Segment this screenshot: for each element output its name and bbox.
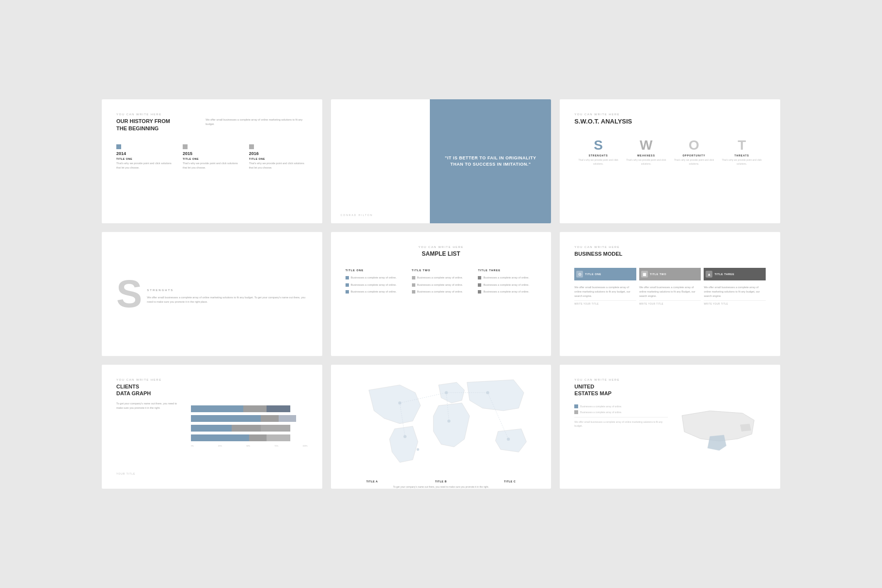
- col-title-2: TITLE TWO: [412, 269, 471, 272]
- list-dot: [478, 276, 481, 279]
- slide7-desc: To get your company's name out there, yo…: [116, 402, 183, 410]
- list-item: Businesses a complete array of online.: [412, 276, 471, 280]
- slide5-label: YOU CAN WRITE HERE: [418, 246, 464, 248]
- bar-row-1: [191, 405, 308, 412]
- slide7-title: CLIENTSDATA GRAPH: [116, 383, 183, 397]
- list-text: Businesses a complete array of online.: [351, 276, 396, 280]
- world-map-svg: [338, 365, 545, 478]
- col-title-3: TITLE THREE: [478, 269, 536, 272]
- tab-icon-2: ▦: [641, 271, 648, 278]
- swot-s: S STRENGHTS That's why we provide point …: [574, 139, 622, 166]
- bm-tab-2: ▦ TITLE TWO: [639, 268, 701, 280]
- swot-desc-s: That's why we provide point and click so…: [574, 158, 622, 166]
- timeline-col-2015: 2015 TITLE ONE That's why we provide poi…: [183, 144, 241, 210]
- blue-rect: "IT IS BETTER TO FAIL IN ORIGINALITY THA…: [430, 99, 551, 223]
- bm-link-2: WRITE YOUR TITLE: [639, 300, 701, 305]
- slide3-label: YOU CAN WRITE HERE: [574, 113, 766, 116]
- legend-item-2: Businesses a complete array of online.: [574, 410, 667, 414]
- tab-label-2: TITLE TWO: [650, 273, 666, 276]
- strengths-content: STRENGHTS We offer small businesses a co…: [147, 284, 307, 304]
- legend-text-1: Businesses a complete array of online.: [580, 405, 622, 409]
- svg-point-8: [403, 435, 406, 438]
- chart-area: 0% 25% 50% 75% 100%: [191, 383, 308, 468]
- list-dot: [412, 276, 415, 279]
- map-label-a: TITLE A: [366, 480, 378, 483]
- list-item: Businesses a complete array of online.: [346, 290, 404, 294]
- slide-history: YOU CAN WRITE HERE OUR HISTORY FROMTHE B…: [102, 99, 322, 223]
- list-text: Businesses a complete array of online.: [351, 290, 396, 294]
- swot-word-w: WEAKNESS: [622, 154, 670, 157]
- timeline-col-2016: 2016 TITLE ONE That's why we provide poi…: [249, 144, 308, 210]
- slide-swot: YOU CAN WRITE HERE S.W.O.T. ANALYSIS S S…: [560, 99, 780, 223]
- list-text: Businesses a complete array of online.: [351, 283, 396, 287]
- bar-seg: [279, 415, 296, 422]
- map-desc: To get your company's name out there, yo…: [393, 485, 489, 489]
- quote-text: "IT IS BETTER TO FAIL IN ORIGINALITY THA…: [440, 155, 541, 168]
- list-item: Businesses a complete array of online.: [478, 283, 536, 287]
- author-text: CONRAD HILTON: [341, 214, 373, 217]
- slide-us-map: YOU CAN WRITE HERE UNITEDESTATES MAP Bus…: [560, 365, 780, 489]
- list-dot: [346, 290, 349, 294]
- swot-desc-o: That's why we provide point and click so…: [670, 158, 718, 166]
- slide-sample-list: YOU CAN WRITE HERE SAMPLE LIST TITLE ONE…: [331, 232, 551, 356]
- bar-seg: [191, 405, 243, 412]
- legend-text-2: Businesses a complete array of online.: [580, 411, 622, 415]
- bar-seg: [191, 415, 261, 422]
- slide-world-map: TITLE A TITLE B TITLE C To get your comp…: [331, 365, 551, 489]
- bm-desc-2: We offer small businesses a complete arr…: [639, 285, 701, 298]
- legend-dot-gray: [574, 410, 578, 414]
- year-box-2014: [116, 144, 121, 149]
- list-item: Businesses a complete array of online.: [478, 276, 536, 280]
- swot-t: T THREATS That's why we provide point an…: [718, 139, 766, 166]
- map-labels: TITLE A TITLE B TITLE C: [338, 480, 545, 483]
- strengths-label: STRENGHTS: [147, 289, 307, 292]
- swot-desc-t: That's why we provide point and click so…: [718, 158, 766, 166]
- slide5-title: SAMPLE LIST: [418, 250, 464, 258]
- list-cols: TITLE ONE Businesses a complete array of…: [346, 269, 537, 342]
- map-container: [338, 365, 545, 478]
- timeline-label-2014: TITLE ONE: [116, 157, 175, 160]
- bm-tabs: ⊙ TITLE ONE ▦ TITLE TWO ▲ TITLE THREE: [574, 268, 766, 280]
- timeline-text-2015: That's why we provide point and click so…: [183, 161, 241, 170]
- tab-icon-1: ⊙: [576, 271, 583, 278]
- list-dot: [412, 283, 415, 287]
- bar-row-2: [191, 415, 308, 422]
- swot-desc-w: That's why we provide point and click so…: [622, 158, 670, 166]
- list-col-1: TITLE ONE Businesses a complete array of…: [346, 269, 404, 342]
- swot-word-t: THREATS: [718, 154, 766, 157]
- list-text: Businesses a complete array of online.: [483, 290, 529, 294]
- slide-grid: YOU CAN WRITE HERE OUR HISTORY FROMTHE B…: [102, 99, 780, 488]
- tab-label-3: TITLE THREE: [714, 273, 734, 276]
- swot-letter-t: T: [718, 139, 766, 152]
- timeline-text-2016: That's why we provide point and click so…: [249, 161, 308, 170]
- timeline-label-2015: TITLE ONE: [183, 157, 241, 160]
- swot-o: O OPPORTUNITY That's why we provide poin…: [670, 139, 718, 166]
- svg-point-5: [398, 402, 401, 404]
- swot-letter-o: O: [670, 139, 718, 152]
- strengths-desc: We offer small businesses a complete arr…: [147, 295, 307, 304]
- bar-seg: [261, 425, 290, 432]
- list-dot: [346, 283, 349, 287]
- slide9-title: UNITEDESTATES MAP: [574, 383, 766, 397]
- legend-dot-blue: [574, 404, 578, 408]
- slide6-title: BUSINESS MODEL: [574, 250, 766, 257]
- slide3-title: S.W.O.T. ANALYSIS: [574, 118, 766, 126]
- legend-item-1: Businesses a complete array of online.: [574, 404, 667, 408]
- bar-seg: [267, 405, 290, 412]
- list-text: Businesses a complete array of online.: [483, 283, 529, 287]
- bm-col-3: We offer small businesses a complete arr…: [704, 285, 766, 342]
- slide-business-model: YOU CAN WRITE HERE BUSINESS MODEL ⊙ TITL…: [560, 232, 780, 356]
- divider: [574, 417, 667, 418]
- list-dot: [346, 276, 349, 279]
- timeline-row: 2014 TITLE ONE That's why we provide poi…: [116, 144, 308, 210]
- us-right: [673, 402, 766, 475]
- timeline-label-2016: TITLE ONE: [249, 157, 308, 160]
- list-col-3: TITLE THREE Businesses a complete array …: [478, 269, 536, 342]
- list-col-2: TITLE TWO Businesses a complete array of…: [412, 269, 471, 342]
- graph-layout: CLIENTSDATA GRAPH To get your company's …: [116, 383, 308, 468]
- bar-seg: [232, 425, 261, 432]
- swot-word-s: STRENGHTS: [574, 154, 622, 157]
- bar-seg: [261, 415, 278, 422]
- year-box-2016: [249, 144, 254, 149]
- bar-row-3: [191, 425, 308, 432]
